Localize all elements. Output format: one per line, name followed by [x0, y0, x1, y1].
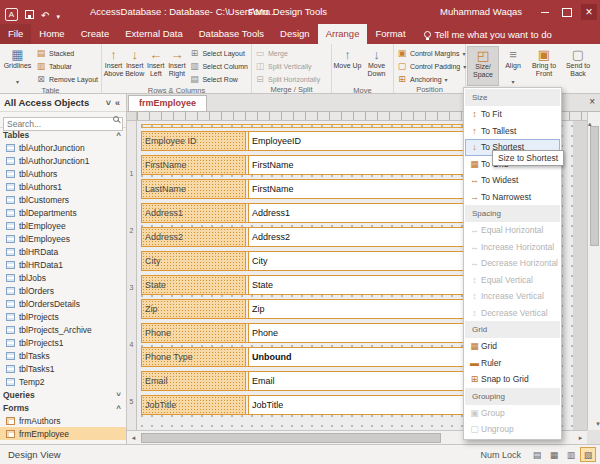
tab-create[interactable]: Create: [73, 24, 118, 44]
menu-item[interactable]: ▦ Grid: [465, 338, 560, 355]
remove-layout-button[interactable]: ⊠ Remove Layout: [34, 73, 100, 85]
vertical-scroll-thumb[interactable]: [590, 126, 599, 246]
view-shortcut-button[interactable]: ▥: [563, 447, 579, 462]
search-input[interactable]: [3, 117, 123, 131]
nav-item-table[interactable]: tblAuthorJunction1: [0, 154, 126, 167]
field-label[interactable]: Address1: [141, 203, 246, 223]
nav-section-forms[interactable]: Forms: [0, 401, 126, 414]
insert-above-button[interactable]: ↑ Insert Above: [103, 46, 124, 86]
nav-item-table[interactable]: tblAuthors: [0, 167, 126, 180]
collapse-icon[interactable]: [116, 130, 121, 139]
scroll-left-icon[interactable]: [127, 431, 140, 444]
tab-file[interactable]: File: [0, 24, 31, 44]
nav-section-queries[interactable]: Queries: [0, 388, 126, 401]
field-label[interactable]: Employee ID: [141, 131, 246, 151]
nav-category-menu-icon[interactable]: [104, 98, 113, 108]
signed-in-user[interactable]: Muhammad Waqas: [440, 6, 522, 17]
menu-item[interactable]: ▢ Ungroup: [465, 421, 560, 438]
gridlines-button[interactable]: ▦ Gridlines: [1, 46, 34, 86]
tab-home[interactable]: Home: [31, 24, 72, 44]
field-label[interactable]: Email: [141, 371, 246, 391]
nav-item-table[interactable]: tblTasks1: [0, 362, 126, 375]
expand-icon[interactable]: [116, 390, 121, 399]
menu-item[interactable]: → To Narrowest: [465, 189, 560, 206]
field-label[interactable]: City: [141, 251, 246, 271]
split-horizontally-button[interactable]: ⊟ Split Horizontally: [253, 73, 322, 85]
nav-item-table[interactable]: tblAuthorJunction: [0, 141, 126, 154]
tab-format[interactable]: Format: [367, 24, 413, 44]
field-label[interactable]: Address2: [141, 227, 246, 247]
view-shortcut-button[interactable]: ▤: [529, 447, 545, 462]
nav-item-table[interactable]: tblEmployees: [0, 232, 126, 245]
menu-item[interactable]: ▬ Ruler: [465, 355, 560, 372]
menu-item[interactable]: ↕ To Fit: [465, 106, 560, 123]
save-icon[interactable]: [25, 10, 34, 19]
menu-item[interactable]: Grid: [465, 321, 560, 338]
size-space-button[interactable]: ◰ Size/ Space: [467, 46, 499, 86]
nav-item-table[interactable]: Temp2: [0, 375, 126, 388]
minimize-button[interactable]: [537, 4, 553, 20]
document-tab-frmEmployee[interactable]: frmEmployee: [128, 95, 207, 111]
bring-to-front-button[interactable]: ▣ Bring to Front: [527, 46, 561, 86]
field-label[interactable]: LastName: [141, 179, 246, 199]
nav-item-table[interactable]: tblJobs: [0, 271, 126, 284]
scroll-down-icon[interactable]: [592, 417, 600, 430]
menu-item[interactable]: ▣ Group: [465, 405, 560, 422]
select-row-button[interactable]: ▤ Select Row: [187, 73, 250, 85]
nav-item-table[interactable]: tblProjects: [0, 310, 126, 323]
field-label[interactable]: Zip: [141, 299, 246, 319]
nav-item-table[interactable]: tblAuthors1: [0, 180, 126, 193]
control-padding-button[interactable]: ▢ Control Padding: [395, 60, 468, 72]
field-label[interactable]: JobTitle: [141, 395, 246, 415]
menu-item[interactable]: ⊞ Snap to Grid: [465, 371, 560, 388]
split-vertically-button[interactable]: ◫ Split Vertically: [253, 60, 322, 72]
menu-item[interactable]: ↔ Decrease Horizontal: [465, 255, 560, 272]
menu-item[interactable]: Size: [465, 89, 560, 106]
nav-item-table[interactable]: tblOrders: [0, 284, 126, 297]
move-down-button[interactable]: ↓ Move Down: [362, 46, 391, 86]
field-label[interactable]: FirstName: [141, 155, 246, 175]
control-margins-button[interactable]: ▣ Control Margins: [395, 47, 468, 59]
menu-item[interactable]: ↔ To Widest: [465, 172, 560, 189]
horizontal-scroll-thumb[interactable]: [141, 433, 441, 443]
nav-item-table[interactable]: tblProjects1: [0, 336, 126, 349]
tab-arrange[interactable]: Arrange: [318, 24, 368, 44]
stacked-button[interactable]: ▤ Stacked: [34, 47, 100, 59]
tab-external-data[interactable]: External Data: [117, 24, 191, 44]
insert-left-button[interactable]: ← Insert Left: [145, 46, 166, 86]
tab-database-tools[interactable]: Database Tools: [191, 24, 272, 44]
send-to-back-button[interactable]: ▢ Send to Back: [561, 46, 595, 86]
nav-item-table[interactable]: tblHRData: [0, 245, 126, 258]
shutter-bar-icon[interactable]: «: [113, 98, 122, 108]
tab-design[interactable]: Design: [272, 24, 318, 44]
tabular-button[interactable]: ▥ Tabular: [34, 60, 100, 72]
insert-below-button[interactable]: ↓ Insert Below: [124, 46, 145, 86]
field-label[interactable]: Phone Type: [141, 347, 246, 367]
nav-item-table[interactable]: tblOrdersDetails: [0, 297, 126, 310]
nav-item-form[interactable]: frmAuthors: [0, 414, 126, 427]
menu-item[interactable]: ↑ To Tallest: [465, 123, 560, 140]
menu-item[interactable]: ↕ Decrease Vertical: [465, 305, 560, 322]
anchoring-button[interactable]: ⊞ Anchoring: [395, 73, 468, 85]
move-up-button[interactable]: ↑ Move Up: [333, 46, 362, 86]
menu-item[interactable]: Grouping: [465, 388, 560, 405]
insert-right-button[interactable]: → Insert Right: [166, 46, 187, 86]
menu-item[interactable]: ↔ Equal Horizontal: [465, 222, 560, 239]
menu-item[interactable]: ↕ Increase Vertical: [465, 288, 560, 305]
nav-item-table[interactable]: tblCustomers: [0, 193, 126, 206]
align-button[interactable]: ≡ Align: [499, 46, 527, 86]
nav-item-table[interactable]: tblProjects_Archive: [0, 323, 126, 336]
vertical-scrollbar[interactable]: [587, 112, 600, 430]
close-button[interactable]: [581, 4, 597, 20]
scroll-right-icon[interactable]: [574, 431, 587, 444]
document-close-icon[interactable]: [589, 96, 595, 107]
nav-item-form[interactable]: frmEmployee: [0, 427, 126, 440]
menu-item[interactable]: ↕ Equal Vertical: [465, 272, 560, 289]
maximize-button[interactable]: [559, 4, 575, 20]
nav-item-table[interactable]: tblTasks: [0, 349, 126, 362]
view-shortcut-button[interactable]: ▧: [580, 447, 596, 462]
quick-access-customize-icon[interactable]: [56, 5, 60, 23]
menu-item[interactable]: Spacing: [465, 205, 560, 222]
select-column-button[interactable]: ▥ Select Column: [187, 60, 250, 72]
tell-me-box[interactable]: Tell me what you want to do: [424, 24, 552, 44]
